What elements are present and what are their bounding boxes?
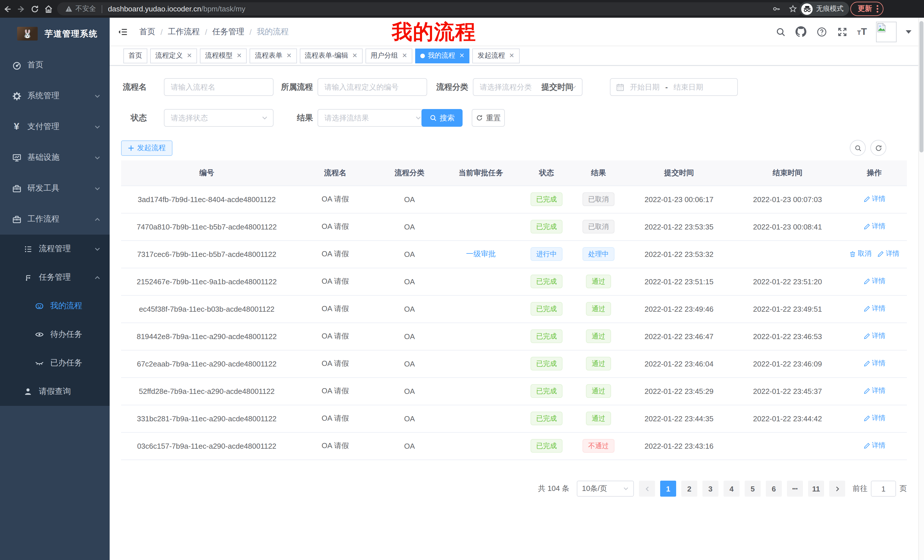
end-time bbox=[733, 240, 842, 268]
detail-action-link[interactable]: 详情 bbox=[863, 304, 885, 314]
close-icon[interactable]: ✕ bbox=[509, 52, 514, 59]
current-task-link[interactable]: 一级审批 bbox=[466, 250, 496, 258]
forward-icon[interactable] bbox=[15, 3, 27, 15]
result-badge: 通过 bbox=[586, 412, 611, 425]
yen-icon: ¥ bbox=[10, 121, 23, 132]
row-actions: 详情 bbox=[842, 350, 907, 377]
sidebar-item-infra[interactable]: 基础设施 bbox=[0, 142, 110, 173]
detail-action-link[interactable]: 详情 bbox=[863, 195, 885, 204]
page-button-3[interactable]: 3 bbox=[702, 481, 718, 497]
font-size-icon[interactable]: TT bbox=[857, 26, 867, 37]
tab-流程表单-编辑[interactable]: 流程表单-编辑✕ bbox=[300, 48, 362, 63]
browser-update-button[interactable]: 更新 bbox=[850, 2, 884, 16]
caret-down-icon[interactable] bbox=[906, 30, 911, 33]
tab-流程模型[interactable]: 流程模型✕ bbox=[200, 48, 247, 63]
search-button[interactable]: 搜索 bbox=[422, 109, 463, 127]
sidebar-item-my-process[interactable]: 我的流程 bbox=[0, 292, 110, 320]
detail-action-link[interactable]: 详情 bbox=[863, 413, 885, 423]
security-status[interactable]: 不安全 bbox=[57, 4, 102, 14]
star-icon[interactable] bbox=[789, 4, 797, 13]
current-task bbox=[441, 377, 521, 405]
sidebar-item-payment[interactable]: ¥ 支付管理 bbox=[0, 111, 110, 142]
detail-action-link[interactable]: 详情 bbox=[863, 359, 885, 368]
detail-action-link[interactable]: 详情 bbox=[863, 277, 885, 286]
cancel-action-link[interactable]: 取消 bbox=[849, 249, 872, 259]
detail-action-link[interactable]: 详情 bbox=[877, 249, 900, 259]
page-button-11[interactable]: 11 bbox=[808, 481, 824, 497]
detail-action-link[interactable]: 详情 bbox=[863, 386, 885, 396]
next-page-button[interactable] bbox=[829, 481, 845, 497]
close-icon[interactable]: ✕ bbox=[187, 52, 192, 59]
create-process-button[interactable]: 发起流程 bbox=[121, 141, 172, 156]
status-select[interactable]: 请选择状态 bbox=[164, 109, 273, 127]
sidebar-item-devtools[interactable]: 研发工具 bbox=[0, 173, 110, 204]
close-icon[interactable]: ✕ bbox=[352, 52, 357, 59]
col-result: 结果 bbox=[572, 160, 625, 186]
tab-首页[interactable]: 首页 bbox=[123, 48, 147, 63]
home-icon[interactable] bbox=[42, 3, 55, 15]
result-badge: 处理中 bbox=[582, 247, 615, 261]
close-icon[interactable]: ✕ bbox=[286, 52, 291, 59]
tab-发起流程[interactable]: 发起流程✕ bbox=[472, 48, 519, 63]
help-icon[interactable] bbox=[816, 26, 828, 37]
scrollbar-thumb[interactable] bbox=[920, 21, 923, 153]
warning-icon bbox=[65, 5, 72, 13]
refresh-table-button[interactable] bbox=[870, 140, 886, 156]
page-button-4[interactable]: 4 bbox=[723, 481, 740, 497]
close-icon[interactable]: ✕ bbox=[459, 52, 464, 59]
submit-time: 2022-01-23 00:06:17 bbox=[625, 186, 733, 213]
back-icon[interactable] bbox=[1, 3, 14, 15]
sidebar-item-home[interactable]: 首页 bbox=[0, 49, 110, 81]
sidebar-item-todo-tasks[interactable]: 待办任务 bbox=[0, 320, 110, 349]
hamburger-icon[interactable] bbox=[117, 25, 129, 38]
prev-page-button[interactable] bbox=[639, 481, 655, 497]
process-category: OA bbox=[378, 240, 441, 268]
app-logo-row[interactable]: 🐰 芋道管理系统 bbox=[0, 18, 110, 49]
key-icon[interactable] bbox=[772, 4, 781, 13]
sidebar-item-leave-query[interactable]: 请假查询 bbox=[0, 377, 110, 406]
page-size-select[interactable]: 10条/页 bbox=[577, 481, 634, 497]
close-icon[interactable]: ✕ bbox=[402, 52, 407, 59]
search-icon[interactable] bbox=[775, 26, 786, 37]
breadcrumb-home[interactable]: 首页 bbox=[140, 27, 155, 37]
sidebar-item-process-mgmt[interactable]: 流程管理 bbox=[0, 235, 110, 263]
col-submit-time: 提交时间 bbox=[625, 160, 733, 186]
page-button-6[interactable]: 6 bbox=[766, 481, 782, 497]
breadcrumb-workflow[interactable]: 工作流程 bbox=[168, 27, 200, 37]
address-bar[interactable]: 不安全 dashboard.yudao.iocoder.cn/bpm/task/… bbox=[57, 2, 803, 15]
sidebar-item-workflow[interactable]: 工作流程 bbox=[0, 204, 110, 235]
avatar[interactable] bbox=[876, 21, 897, 42]
detail-action-link[interactable]: 详情 bbox=[863, 331, 885, 341]
submit-time-range-picker[interactable]: 开始日期 - 结束日期 bbox=[610, 78, 738, 96]
tab-流程定义[interactable]: 流程定义✕ bbox=[150, 48, 197, 63]
page-scrollbar[interactable] bbox=[918, 18, 924, 560]
detail-action-link[interactable]: 详情 bbox=[863, 441, 885, 451]
page-button-5[interactable]: 5 bbox=[745, 481, 760, 497]
page-button-2[interactable]: 2 bbox=[681, 481, 697, 497]
breadcrumb-task-mgmt[interactable]: 任务管理 bbox=[213, 27, 244, 37]
github-icon[interactable] bbox=[795, 26, 807, 37]
parent-process-input[interactable] bbox=[318, 79, 427, 95]
eye-open-icon bbox=[33, 330, 46, 339]
result-select[interactable]: 请选择流结果 bbox=[318, 109, 427, 127]
process-name-input[interactable] bbox=[165, 79, 273, 95]
fullscreen-icon[interactable] bbox=[837, 26, 848, 37]
reset-button[interactable]: 重置 bbox=[472, 109, 505, 127]
tab-我的流程[interactable]: 我的流程✕ bbox=[415, 48, 470, 63]
process-name: OA 请假 bbox=[292, 240, 378, 268]
current-task bbox=[441, 295, 521, 322]
page-button-1[interactable]: 1 bbox=[660, 481, 676, 497]
detail-action-link[interactable]: 详情 bbox=[863, 222, 885, 232]
sidebar-item-done-tasks[interactable]: 已办任务 bbox=[0, 349, 110, 377]
sidebar-item-task-mgmt[interactable]: 任务管理 bbox=[0, 263, 110, 292]
tab-用户分组[interactable]: 用户分组✕ bbox=[366, 48, 412, 63]
close-icon[interactable]: ✕ bbox=[236, 52, 242, 59]
show-search-button[interactable] bbox=[850, 140, 866, 156]
tab-流程表单[interactable]: 流程表单✕ bbox=[250, 48, 297, 63]
page-ellipsis[interactable]: ••• bbox=[787, 481, 803, 497]
sidebar-item-system[interactable]: 系统管理 bbox=[0, 81, 110, 111]
reload-icon[interactable] bbox=[28, 3, 41, 15]
goto-page-input[interactable] bbox=[871, 481, 896, 497]
kebab-menu-icon[interactable] bbox=[877, 5, 878, 13]
process-category: OA bbox=[378, 268, 441, 295]
